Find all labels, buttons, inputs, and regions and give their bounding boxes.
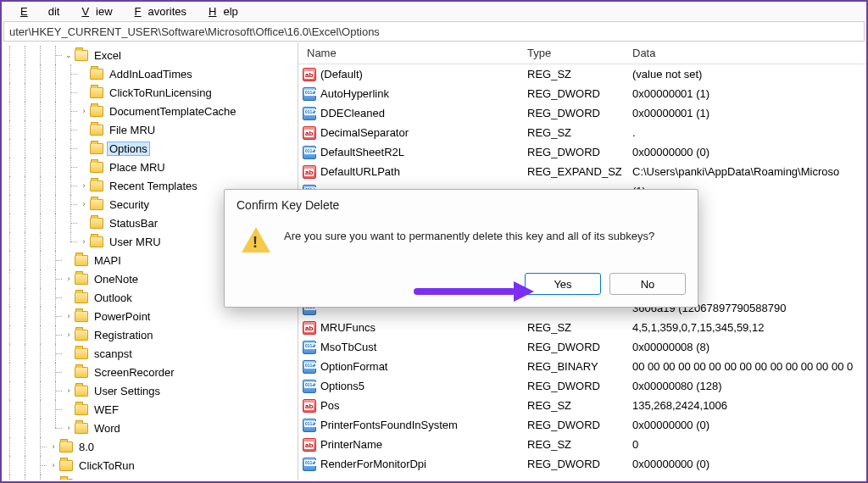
value-data: 135,268,2424,1006	[624, 399, 866, 412]
tree-label: MAPI	[92, 253, 124, 268]
value-row[interactable]: RenderForMonitorDpiREG_DWORD0x00000000 (…	[298, 454, 866, 474]
value-type: REG_SZ	[519, 126, 624, 139]
expander-icon[interactable]: ⌄	[63, 51, 75, 59]
tree-item[interactable]: ›Word	[2, 419, 298, 437]
col-data[interactable]: Data	[624, 43, 866, 63]
tree-item[interactable]: Options	[2, 139, 298, 158]
string-icon	[303, 438, 316, 452]
value-type: REG_SZ	[519, 399, 624, 412]
folder-icon	[75, 50, 88, 61]
dialog-message: Are you sure you want to permanently del…	[284, 227, 654, 242]
value-data: 0x00000000 (0)	[624, 419, 866, 431]
expander-icon[interactable]: ›	[78, 237, 90, 246]
value-row[interactable]: DefaultURLPathREG_EXPAND_SZC:\Users\pank…	[298, 162, 866, 181]
value-data: C:\Users\panki\AppData\Roaming\Microso	[624, 165, 866, 178]
value-row[interactable]: MRUFuncsREG_SZ4,5,1,359,0,7,15,345,59,12	[298, 318, 866, 337]
tree-label: ClickToRun	[76, 458, 137, 473]
tree-item[interactable]: File MRU	[2, 120, 298, 139]
tree-item[interactable]: ›PowerPoint	[2, 307, 298, 325]
address-bar[interactable]: uter\HKEY_CURRENT_USER\Software\Microsof…	[3, 21, 865, 42]
menu-favorites[interactable]: Favorites	[121, 3, 193, 19]
tree-label: ScreenRecorder	[92, 365, 177, 380]
value-row[interactable]: DefaultSheetR2LREG_DWORD0x00000000 (0)	[298, 142, 866, 162]
value-name: AutoHyperlink	[319, 87, 519, 100]
tree-label: Outlook	[92, 291, 135, 305]
expander-icon[interactable]: ›	[78, 181, 90, 190]
string-icon	[303, 399, 316, 413]
col-name[interactable]: Name	[298, 43, 519, 63]
folder-icon	[75, 292, 88, 303]
expander-icon[interactable]: ›	[47, 442, 59, 451]
folder-icon	[90, 199, 103, 210]
value-type: REG_SZ	[519, 438, 624, 451]
folder-icon	[75, 367, 88, 378]
tree-item[interactable]: scanpst	[2, 344, 298, 363]
value-data: 0	[624, 438, 866, 451]
value-type: REG_EXPAND_SZ	[519, 165, 624, 178]
value-data: 0x00000000 (0)	[624, 146, 866, 158]
tree-item[interactable]: ›Registration	[2, 325, 298, 344]
expander-icon[interactable]: ›	[63, 424, 75, 432]
yes-button[interactable]: Yes	[525, 273, 601, 295]
tree-item[interactable]: ClickToRunLicensing	[2, 83, 298, 102]
value-name: (Default)	[319, 68, 519, 80]
value-name: Options5	[319, 380, 519, 392]
value-row[interactable]: Options5REG_DWORD0x00000080 (128)	[298, 376, 866, 396]
menu-view[interactable]: View	[68, 3, 119, 19]
tree-item[interactable]: ScreenRecorder	[2, 363, 298, 381]
tree-item[interactable]: ›DocumentTemplateCache	[2, 102, 298, 120]
expander-icon[interactable]: ›	[63, 312, 75, 320]
expander-icon[interactable]: ›	[63, 330, 75, 339]
tree-label: DocumentTemplateCache	[107, 104, 239, 119]
value-row[interactable]: (Default)REG_SZ(value not set)	[298, 64, 866, 84]
binary-icon	[303, 87, 316, 101]
tree-label: Place MRU	[107, 160, 168, 175]
tree-item[interactable]: WEF	[2, 400, 298, 419]
value-data: 0x00000001 (1)	[624, 87, 866, 100]
value-row[interactable]: PrinterNameREG_SZ0	[298, 435, 866, 454]
expander-icon[interactable]: ›	[47, 461, 59, 469]
list-header: Name Type Data	[298, 42, 866, 64]
folder-icon	[75, 311, 88, 322]
tree-item[interactable]: ›User Settings	[2, 381, 298, 400]
tree-item[interactable]: ›ClickToRun	[2, 456, 298, 475]
tree-item[interactable]: ›8.0	[2, 437, 298, 456]
binary-icon	[303, 341, 316, 354]
folder-icon	[75, 255, 88, 266]
value-type: REG_DWORD	[519, 87, 624, 100]
tree-label: PowerPoint	[92, 309, 153, 324]
value-row[interactable]: AutoHyperlinkREG_DWORD0x00000001 (1)	[298, 84, 866, 103]
tree-label: Common	[76, 477, 126, 480]
tree-item[interactable]: ›Common	[2, 475, 298, 480]
binary-icon	[303, 419, 316, 432]
value-row[interactable]: PosREG_SZ135,268,2424,1006	[298, 396, 866, 415]
value-row[interactable]: DecimalSeparatorREG_SZ.	[298, 123, 866, 142]
value-type: REG_DWORD	[519, 107, 624, 119]
string-icon	[303, 68, 316, 81]
tree-item[interactable]: AddInLoadTimes	[2, 64, 298, 83]
value-name: DDECleaned	[319, 107, 519, 119]
menubar: Edit View Favorites Help	[2, 2, 866, 20]
tree-label: Registration	[92, 328, 155, 342]
tree-item[interactable]: Place MRU	[2, 158, 298, 176]
expander-icon[interactable]: ›	[78, 200, 90, 208]
value-row[interactable]: OptionFormatREG_BINARY00 00 00 00 00 00 …	[298, 357, 866, 376]
expander-icon[interactable]: ›	[63, 275, 75, 283]
folder-icon	[75, 274, 88, 285]
tree-label: User Settings	[92, 384, 163, 398]
expander-icon[interactable]: ›	[63, 386, 75, 395]
no-button[interactable]: No	[609, 273, 686, 295]
tree-item[interactable]: ⌄Excel	[2, 46, 298, 64]
value-row[interactable]: PrinterFontsFoundInSystemREG_DWORD0x0000…	[298, 415, 866, 435]
menu-edit[interactable]: Edit	[7, 3, 66, 19]
expander-icon[interactable]: ›	[78, 107, 90, 115]
folder-icon	[90, 180, 103, 192]
value-name: DecimalSeparator	[319, 126, 519, 139]
col-type[interactable]: Type	[519, 43, 624, 63]
folder-icon	[90, 69, 103, 80]
value-data: 0x00000000 (0)	[624, 458, 866, 470]
value-row[interactable]: DDECleanedREG_DWORD0x00000001 (1)	[298, 103, 866, 123]
value-row[interactable]: MsoTbCustREG_DWORD0x00000008 (8)	[298, 337, 866, 357]
string-icon	[303, 126, 316, 140]
menu-help[interactable]: Help	[195, 3, 245, 19]
